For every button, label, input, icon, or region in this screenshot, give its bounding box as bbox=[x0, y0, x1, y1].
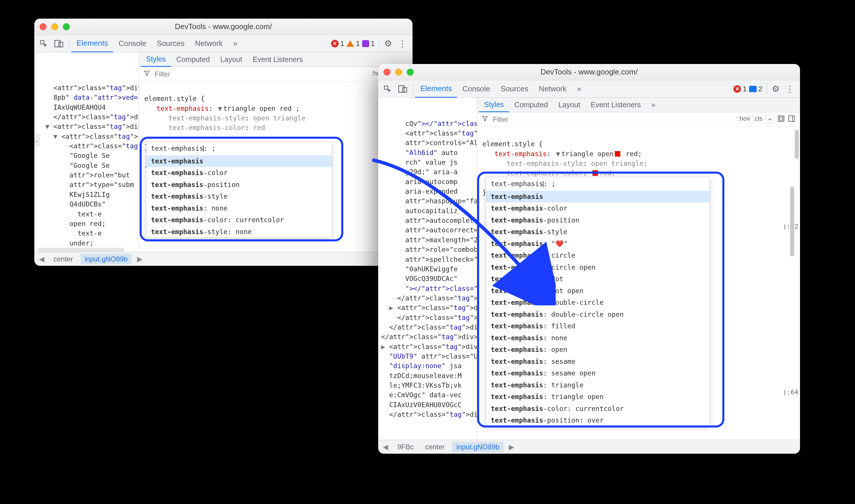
elements-line[interactable]: attr">autocomplete= bbox=[381, 216, 477, 226]
autocomplete-item[interactable]: text-emphasis: open bbox=[486, 344, 710, 356]
autocomplete-item[interactable]: text-emphasis-color bbox=[486, 202, 710, 214]
minimize-icon[interactable] bbox=[395, 69, 402, 76]
autocomplete-item[interactable]: text-emphasis-position bbox=[146, 179, 332, 191]
tab-more[interactable]: » bbox=[228, 35, 243, 52]
subtab-eventlisteners[interactable]: Event Listeners bbox=[586, 98, 646, 112]
collapse-handle-icon[interactable]: … bbox=[34, 134, 39, 147]
subtab-layout[interactable]: Layout bbox=[553, 98, 585, 112]
autocomplete-item[interactable]: text-emphasis: circle open bbox=[486, 262, 710, 273]
autocomplete-item[interactable]: text-emphasis bbox=[146, 155, 332, 167]
subtab-more[interactable]: » bbox=[646, 98, 661, 112]
autocomplete-item[interactable]: text-emphasis-style: none bbox=[146, 226, 332, 238]
tab-elements[interactable]: Elements bbox=[71, 35, 113, 52]
elements-line[interactable]: </attr">class="tag">div> bbox=[381, 410, 477, 419]
breadcrumb-item[interactable]: center bbox=[50, 254, 77, 264]
elements-line[interactable]: ▶ <attr">class="tag">div attr">class="fM bbox=[381, 303, 477, 313]
vertical-scrollbar[interactable] bbox=[790, 187, 794, 256]
sidebar-toggle-icon[interactable] bbox=[788, 115, 795, 124]
elements-line[interactable]: rch" value js bbox=[381, 158, 477, 167]
elements-line[interactable]: cQv"></"attr">class="tag">div> bbox=[381, 119, 477, 128]
tab-sources[interactable]: Sources bbox=[495, 80, 534, 98]
elements-line[interactable]: e:CmVOgc" data-vec bbox=[381, 390, 477, 400]
color-swatch-icon[interactable] bbox=[615, 151, 621, 157]
color-swatch-icon[interactable] bbox=[592, 170, 598, 176]
autocomplete-item[interactable]: text-emphasis-position bbox=[486, 214, 710, 226]
subtab-layout[interactable]: Layout bbox=[215, 52, 247, 67]
settings-icon[interactable]: ⚙ bbox=[769, 84, 783, 94]
tab-console[interactable]: Console bbox=[457, 80, 495, 98]
status-badges[interactable]: ✕1 1 1 bbox=[331, 39, 375, 48]
autocomplete-item[interactable]: text-emphasis: sesame bbox=[486, 356, 710, 367]
horizontal-scrollbar[interactable] bbox=[37, 248, 125, 252]
elements-line[interactable]: attr">role="but bbox=[37, 170, 139, 180]
elements-line[interactable]: text-e bbox=[37, 229, 139, 238]
elements-line[interactable]: aria-expanded bbox=[381, 187, 477, 196]
elements-tree[interactable]: cQv"></"attr">class="tag">div> <attr">cl… bbox=[378, 98, 477, 454]
tab-console[interactable]: Console bbox=[113, 35, 151, 52]
subtab-eventlisteners[interactable]: Event Listeners bbox=[248, 52, 308, 67]
autocomplete-item[interactable]: text-emphasis-position: over bbox=[486, 414, 710, 426]
autocomplete-item[interactable]: text-emphasis-color: currentcolor bbox=[146, 214, 332, 226]
css-declaration[interactable]: text-emphasis: ▼triangle open red ; bbox=[144, 104, 407, 113]
elements-line[interactable]: under; bbox=[37, 238, 139, 248]
elements-line[interactable]: </attr">class="tag">div> bbox=[381, 323, 477, 332]
elements-line[interactable]: CIAxUzV0EAHU0VOGcC bbox=[381, 400, 477, 410]
breadcrumb-item[interactable]: input.gNO89b bbox=[81, 254, 132, 264]
autocomplete-item[interactable]: text-emphasis: circle bbox=[486, 250, 710, 262]
inspect-icon[interactable] bbox=[37, 37, 50, 50]
css-declaration[interactable]: text-emphasis: ▼triangle open red; bbox=[482, 149, 795, 159]
css-autocomplete-popup[interactable]: text-emphasis: ; text-emphasistext-empha… bbox=[146, 141, 332, 238]
autocomplete-item[interactable]: text-emphasis bbox=[486, 191, 710, 203]
tab-network[interactable]: Network bbox=[534, 80, 572, 98]
kebab-menu-icon[interactable]: ⋮ bbox=[395, 38, 410, 49]
elements-line[interactable]: attr">role="combobo bbox=[381, 245, 477, 254]
elements-line[interactable]: Q4dUDCBs" bbox=[37, 199, 139, 209]
elements-line[interactable]: attr">haspopup="fal bbox=[381, 196, 477, 206]
subtab-computed[interactable]: Computed bbox=[509, 98, 553, 112]
hov-toggle[interactable]: :hov bbox=[738, 115, 750, 124]
autocomplete-item[interactable]: text-emphasis: sesame open bbox=[486, 367, 710, 379]
autocomplete-item[interactable]: text-emphasis: triangle bbox=[486, 379, 710, 391]
breadcrumb-item[interactable]: 9FBc bbox=[393, 442, 418, 452]
elements-line[interactable]: "></"attr">class="tag">textarea> bbox=[381, 284, 477, 293]
filter-input[interactable] bbox=[492, 115, 734, 124]
breadcrumb-item[interactable]: input.gNO89b bbox=[452, 442, 503, 452]
css-declaration[interactable]: text-emphasis-style: open triangle; bbox=[482, 159, 795, 168]
device-toolbar-icon[interactable] bbox=[52, 37, 65, 50]
elements-line[interactable]: aria-autocomp bbox=[381, 177, 477, 187]
source-link[interactable]: ):64 bbox=[783, 389, 798, 396]
elements-line[interactable]: attr">type="subm bbox=[37, 180, 139, 190]
autocomplete-item[interactable]: text-emphasis: none bbox=[486, 332, 710, 344]
breadcrumb-left-icon[interactable]: ◀ bbox=[37, 255, 46, 263]
elements-tree[interactable]: … <attr">class="tag">div attr">jsname= 8… bbox=[34, 52, 139, 266]
elements-line[interactable]: <attr">class="tag">textarea cla bbox=[381, 128, 477, 138]
elements-line[interactable]: "display:none" jsa bbox=[381, 361, 477, 371]
autocomplete-item[interactable]: text-emphasis: none bbox=[146, 202, 332, 214]
elements-line[interactable]: KEwjS1ZLIg bbox=[37, 190, 139, 199]
autocomplete-item[interactable]: text-emphasis: dot open bbox=[486, 285, 710, 297]
elements-line[interactable]: <attr">class="tag">input cla bbox=[37, 141, 139, 151]
subtab-styles[interactable]: Styles bbox=[479, 98, 509, 112]
filter-input[interactable] bbox=[154, 70, 368, 78]
elements-line[interactable]: </attr">class="tag">div> flex bbox=[381, 313, 477, 323]
status-badges[interactable]: ✕1 2 bbox=[733, 85, 762, 93]
elements-line[interactable]: "0ahUKEwiggfe bbox=[381, 264, 477, 274]
subtab-styles[interactable]: Styles bbox=[141, 52, 171, 67]
elements-line[interactable]: attr">autocorrect=" bbox=[381, 226, 477, 235]
elements-line[interactable]: "UUbT9" attr">class="UUb bbox=[381, 352, 477, 361]
breadcrumb-item[interactable]: center bbox=[421, 442, 449, 452]
elements-line[interactable]: IAxUqWUEAHQU4 bbox=[37, 103, 139, 112]
close-icon[interactable] bbox=[384, 69, 390, 76]
settings-icon[interactable]: ⚙ bbox=[381, 38, 395, 49]
tab-more[interactable]: » bbox=[572, 80, 587, 98]
autocomplete-item[interactable]: text-emphasis-color bbox=[146, 167, 332, 179]
tab-sources[interactable]: Sources bbox=[152, 35, 190, 52]
elements-line[interactable]: attr">controls="Alh bbox=[381, 138, 477, 148]
elements-line[interactable]: attr">maxlength="20 bbox=[381, 235, 477, 245]
elements-line[interactable]: autocapitaliz bbox=[381, 206, 477, 216]
device-toolbar-icon[interactable] bbox=[396, 83, 409, 95]
elements-line[interactable]: attr">spellcheck="f bbox=[381, 255, 477, 264]
css-declaration[interactable]: text-emphasis-color: red bbox=[144, 123, 407, 132]
elements-line[interactable]: le;YMFC3:VKssTb;vk bbox=[381, 381, 477, 390]
tab-network[interactable]: Network bbox=[190, 35, 228, 52]
